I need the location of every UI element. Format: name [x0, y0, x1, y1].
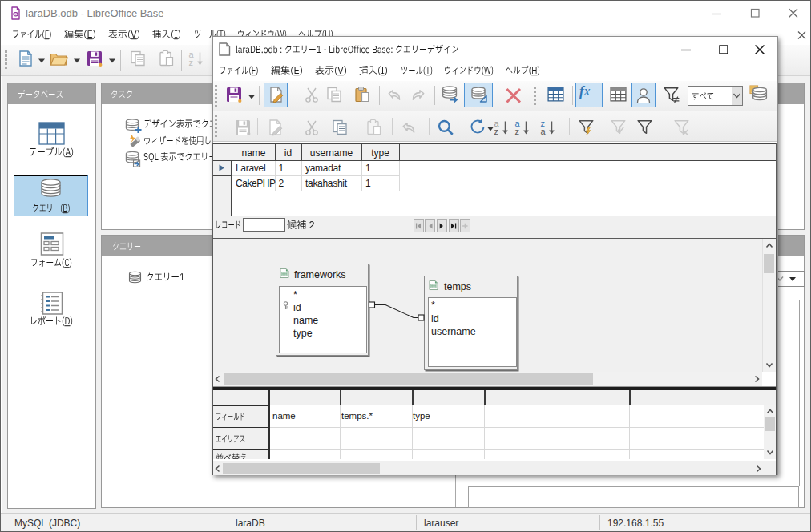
svg-text:z: z — [189, 58, 194, 67]
svg-text:z: z — [494, 127, 499, 136]
svg-text:a: a — [541, 127, 547, 136]
svg-text:z: z — [515, 127, 520, 136]
